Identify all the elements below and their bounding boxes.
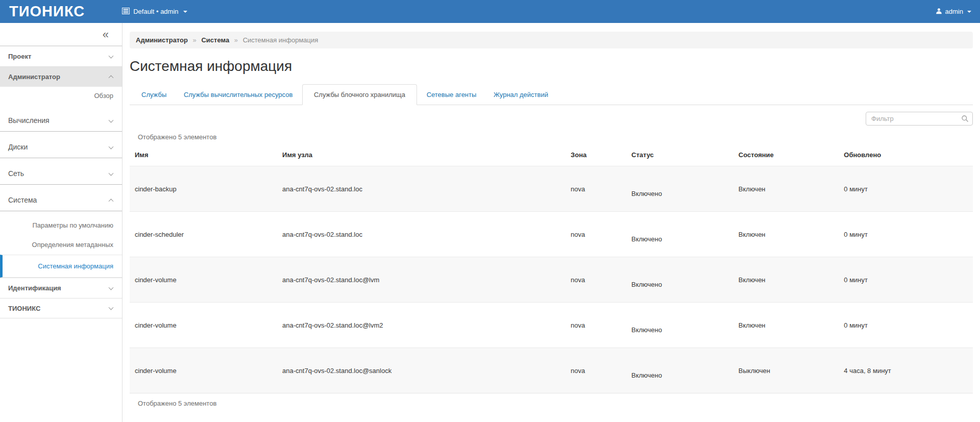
sidebar-item-label: Системная информация <box>38 262 113 270</box>
chevron-down-icon <box>967 11 971 13</box>
cell-host: ana-cnt7q-ovs-02.stand.loc@sanlock <box>277 348 566 393</box>
filter-input[interactable] <box>866 112 973 126</box>
chevron-down-icon <box>109 305 114 310</box>
column-header-state: Состояние <box>733 144 839 166</box>
sidebar-item-label: Определения метаданных <box>32 241 113 249</box>
sidebar-group-label: Диски <box>8 143 28 151</box>
sidebar-group-system[interactable]: Система <box>0 190 122 211</box>
table-row: cinder-volume ana-cnt7q-ovs-02.stand.loc… <box>130 257 973 303</box>
cell-status: Включено <box>626 212 733 257</box>
collapse-sidebar-icon[interactable]: « <box>103 28 109 41</box>
block-storage-services-table: Имя Имя узла Зона Статус Состояние Обнов… <box>130 144 973 393</box>
breadcrumb-separator: » <box>234 36 238 44</box>
breadcrumb-system[interactable]: Система <box>201 36 229 44</box>
sidebar-group-network[interactable]: Сеть <box>0 163 122 185</box>
cell-name: cinder-volume <box>130 257 277 303</box>
items-count-bottom: Отображено 5 элементов <box>138 400 973 407</box>
chevron-up-icon <box>109 198 114 204</box>
status-value: Включено <box>631 235 662 243</box>
domain-project-icon <box>122 8 130 16</box>
sidebar-item-overview[interactable]: Обзор <box>0 87 122 105</box>
tab-action-log[interactable]: Журнал действий <box>486 85 556 105</box>
chevron-down-icon <box>109 53 114 58</box>
sidebar-group-compute[interactable]: Вычисления <box>0 110 122 132</box>
cell-zone: nova <box>566 257 626 303</box>
cell-name: cinder-scheduler <box>130 212 277 257</box>
context-switcher[interactable]: Default • admin <box>122 8 187 16</box>
chevron-down-icon <box>109 117 114 122</box>
sidebar-item-project[interactable]: Проект <box>0 46 122 66</box>
sidebar-item-system-information[interactable]: Системная информация <box>0 255 122 278</box>
breadcrumb: Администратор » Система » Системная инфо… <box>130 32 973 48</box>
sidebar-collapse-row: « <box>0 23 122 46</box>
column-header-name: Имя <box>130 144 277 166</box>
filter-box <box>866 112 973 126</box>
breadcrumb-separator: » <box>193 36 197 44</box>
context-switcher-label: Default • admin <box>133 8 178 15</box>
cell-updated: 0 минут <box>839 303 973 348</box>
cell-updated: 0 минут <box>839 257 973 303</box>
cell-name: cinder-volume <box>130 348 277 393</box>
user-menu[interactable]: admin <box>936 8 971 16</box>
table-row: cinder-volume ana-cnt7q-ovs-02.stand.loc… <box>130 303 973 348</box>
cell-updated: 0 минут <box>839 166 973 212</box>
page-title: Системная информация <box>130 58 973 75</box>
chevron-down-icon <box>109 170 114 176</box>
sidebar-item-label: Проект <box>8 53 31 60</box>
sidebar: « Проект Администратор Обзор Вычисления … <box>0 23 122 422</box>
table-controls <box>130 112 973 126</box>
cell-updated: 4 часа, 8 минут <box>839 348 973 393</box>
sidebar-group-volumes[interactable]: Диски <box>0 137 122 158</box>
cell-zone: nova <box>566 166 626 212</box>
breadcrumb-current: Системная информация <box>243 36 318 44</box>
cell-state: Выключен <box>733 348 839 393</box>
table-row: cinder-volume ana-cnt7q-ovs-02.stand.loc… <box>130 348 973 393</box>
cell-name: cinder-backup <box>130 166 277 212</box>
sidebar-item-label: Администратор <box>8 73 60 81</box>
sidebar-item-label: Идентификация <box>8 284 61 292</box>
tab-block-storage-services[interactable]: Службы блочного хранилища <box>302 84 417 105</box>
cell-status: Включено <box>626 257 733 303</box>
cell-host: ana-cnt7q-ovs-02.stand.loc@lvm2 <box>277 303 566 348</box>
cell-state: Включен <box>733 166 839 212</box>
sidebar-group-label: Вычисления <box>8 116 50 125</box>
top-header: ТИОНИКС Default • admin admin <box>0 0 980 23</box>
chevron-down-icon <box>183 11 187 13</box>
table-row: cinder-backup ana-cnt7q-ovs-02.stand.loc… <box>130 166 973 212</box>
table-header-row: Имя Имя узла Зона Статус Состояние Обнов… <box>130 144 973 166</box>
search-icon[interactable] <box>961 115 969 124</box>
status-value: Включено <box>631 190 662 197</box>
user-menu-label: admin <box>945 8 963 15</box>
sidebar-item-label: Параметры по умолчанию <box>32 221 113 229</box>
cell-host: ana-cnt7q-ovs-02.stand.loc <box>277 212 566 257</box>
chevron-down-icon <box>109 285 114 290</box>
column-header-updated: Обновлено <box>839 144 973 166</box>
user-icon <box>936 8 942 16</box>
sidebar-item-metadata-definitions[interactable]: Определения метаданных <box>0 235 122 255</box>
sidebar-group-label: Сеть <box>8 169 24 178</box>
chevron-down-icon <box>109 144 114 149</box>
status-value: Включено <box>631 371 662 379</box>
sidebar-item-tionix[interactable]: ТИОНИКС <box>0 298 122 318</box>
tab-network-agents[interactable]: Сетевые агенты <box>419 85 484 105</box>
sidebar-item-defaults[interactable]: Параметры по умолчанию <box>0 216 122 235</box>
tab-compute-services[interactable]: Службы вычислительных ресурсов <box>176 85 300 105</box>
cell-zone: nova <box>566 212 626 257</box>
items-count-top: Отображено 5 элементов <box>138 133 973 141</box>
cell-state: Включен <box>733 303 839 348</box>
cell-status: Включено <box>626 348 733 393</box>
brand-logo[interactable]: ТИОНИКС <box>9 0 85 23</box>
column-header-host: Имя узла <box>277 144 566 166</box>
column-header-zone: Зона <box>566 144 626 166</box>
cell-status: Включено <box>626 303 733 348</box>
sidebar-item-identity[interactable]: Идентификация <box>0 278 122 298</box>
cell-status: Включено <box>626 166 733 212</box>
status-value: Включено <box>631 281 662 288</box>
sidebar-group-label: Система <box>8 196 37 204</box>
breadcrumb-admin[interactable]: Администратор <box>136 36 188 44</box>
tab-services[interactable]: Службы <box>134 85 174 105</box>
main-content: Администратор » Система » Системная инфо… <box>122 23 980 422</box>
cell-host: ana-cnt7q-ovs-02.stand.loc@lvm <box>277 257 566 303</box>
sidebar-item-admin[interactable]: Администратор <box>0 66 122 87</box>
cell-zone: nova <box>566 303 626 348</box>
